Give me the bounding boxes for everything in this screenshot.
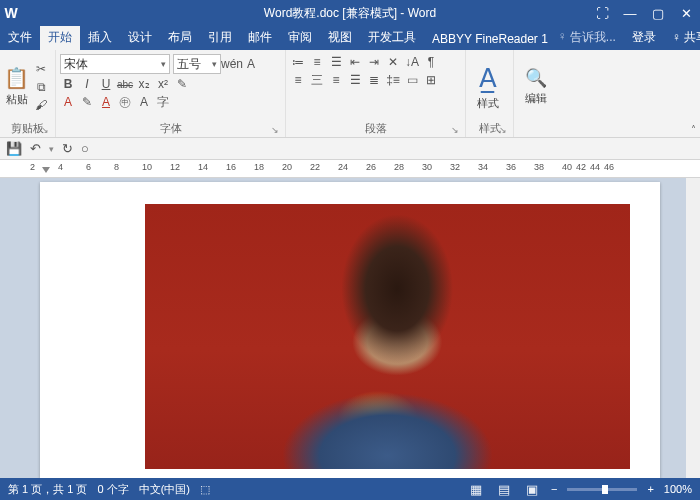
tab-file[interactable]: 文件: [0, 25, 40, 50]
ruler-tick: 44: [590, 162, 600, 172]
ruler-tick: 8: [114, 162, 119, 172]
ruler-tick: 40: [562, 162, 572, 172]
ruler-tick: 32: [450, 162, 460, 172]
print-layout-icon[interactable]: ▤: [495, 482, 513, 497]
subscript-button[interactable]: x₂: [136, 76, 152, 92]
phonetic-guide-icon[interactable]: wén: [224, 56, 240, 72]
tab-insert[interactable]: 插入: [80, 25, 120, 50]
line-spacing-icon[interactable]: ‡≡: [385, 72, 401, 88]
dialog-launcher-icon[interactable]: ↘: [41, 125, 49, 135]
format-painter-icon[interactable]: 🖌: [33, 97, 49, 113]
font-color-icon[interactable]: A: [98, 94, 114, 110]
multilevel-list-icon[interactable]: ☰: [328, 54, 344, 70]
show-marks-icon[interactable]: ¶: [423, 54, 439, 70]
align-left-icon[interactable]: ≡: [290, 72, 306, 88]
ruler-tick: 16: [226, 162, 236, 172]
save-button[interactable]: 💾: [6, 141, 22, 156]
clear-format-icon[interactable]: ✎: [174, 76, 190, 92]
minimize-button[interactable]: —: [616, 0, 644, 26]
group-styles-label: 样式: [479, 122, 501, 134]
underline-button[interactable]: U: [98, 76, 114, 92]
zoom-level[interactable]: 100%: [664, 483, 692, 495]
share-button[interactable]: ♀ 共享: [664, 25, 700, 50]
text-effects-icon[interactable]: A: [60, 94, 76, 110]
tab-developer[interactable]: 开发工具: [360, 25, 424, 50]
undo-dropdown-icon[interactable]: ▾: [49, 144, 54, 154]
word-count-status[interactable]: 0 个字: [97, 482, 128, 497]
ruler-tick: 10: [142, 162, 152, 172]
zoom-slider[interactable]: [567, 488, 637, 491]
styles-icon: A̲: [479, 63, 497, 94]
ruler-tick: 30: [422, 162, 432, 172]
align-right-icon[interactable]: ≡: [328, 72, 344, 88]
editing-button[interactable]: 🔍 编辑: [518, 52, 554, 121]
numbering-icon[interactable]: ≡: [309, 54, 325, 70]
enclose-char-icon[interactable]: ㊥: [117, 94, 133, 110]
char-border-icon[interactable]: A: [136, 94, 152, 110]
ruler-tick: 22: [310, 162, 320, 172]
copy-icon[interactable]: ⧉: [33, 79, 49, 95]
web-layout-icon[interactable]: ▣: [523, 482, 541, 497]
font-family-combo[interactable]: 宋体▾: [60, 54, 170, 74]
ruler-tick: 38: [534, 162, 544, 172]
zoom-in-button[interactable]: +: [647, 483, 653, 495]
find-icon: 🔍: [525, 67, 547, 89]
ruler-tick: 24: [338, 162, 348, 172]
tell-me-input[interactable]: 告诉我...: [556, 25, 624, 50]
app-icon: W: [0, 5, 22, 21]
grow-font-icon[interactable]: A: [243, 56, 259, 72]
document-page[interactable]: [40, 182, 660, 478]
language-status[interactable]: 中文(中国): [139, 482, 190, 497]
bold-button[interactable]: B: [60, 76, 76, 92]
horizontal-ruler[interactable]: 2468101214161820222426283032343638404244…: [0, 160, 700, 178]
justify-icon[interactable]: ☰: [347, 72, 363, 88]
asian-layout-icon[interactable]: ✕: [385, 54, 401, 70]
dialog-launcher-icon[interactable]: ↘: [451, 125, 459, 135]
ruler-tick: 28: [394, 162, 404, 172]
tab-references[interactable]: 引用: [200, 25, 240, 50]
styles-button[interactable]: A̲ 样式: [470, 52, 506, 121]
borders-icon[interactable]: ⊞: [423, 72, 439, 88]
login-button[interactable]: 登录: [624, 25, 664, 50]
italic-button[interactable]: I: [79, 76, 95, 92]
shading-icon[interactable]: ▭: [404, 72, 420, 88]
increase-indent-icon[interactable]: ⇥: [366, 54, 382, 70]
char-shading-icon[interactable]: 字: [155, 94, 171, 110]
indent-marker-icon[interactable]: [42, 167, 50, 173]
decrease-indent-icon[interactable]: ⇤: [347, 54, 363, 70]
bullets-icon[interactable]: ≔: [290, 54, 306, 70]
inserted-image[interactable]: [145, 204, 630, 469]
help-icon[interactable]: ⛶: [588, 0, 616, 26]
font-size-combo[interactable]: 五号▾: [173, 54, 221, 74]
read-mode-icon[interactable]: ▦: [467, 482, 485, 497]
vertical-scrollbar[interactable]: [686, 178, 700, 478]
page-count-status[interactable]: 第 1 页，共 1 页: [8, 482, 87, 497]
close-button[interactable]: ✕: [672, 0, 700, 26]
tab-view[interactable]: 视图: [320, 25, 360, 50]
track-changes-icon[interactable]: ⬚: [200, 483, 210, 496]
superscript-button[interactable]: x²: [155, 76, 171, 92]
dialog-launcher-icon[interactable]: ↘: [499, 125, 507, 135]
tab-review[interactable]: 审阅: [280, 25, 320, 50]
align-center-icon[interactable]: 三: [309, 72, 325, 88]
maximize-button[interactable]: ▢: [644, 0, 672, 26]
highlight-icon[interactable]: ✎: [79, 94, 95, 110]
print-preview-button[interactable]: ○: [81, 141, 89, 156]
undo-button[interactable]: ↶: [30, 141, 41, 156]
tab-finereader[interactable]: ABBYY FineReader 1: [424, 28, 556, 50]
tab-design[interactable]: 设计: [120, 25, 160, 50]
cut-icon[interactable]: ✂: [33, 61, 49, 77]
collapse-ribbon-icon[interactable]: ˄: [691, 124, 696, 135]
group-paragraph-label: 段落: [365, 122, 387, 134]
sort-icon[interactable]: ↓A: [404, 54, 420, 70]
zoom-out-button[interactable]: −: [551, 483, 557, 495]
tab-mailings[interactable]: 邮件: [240, 25, 280, 50]
paste-button[interactable]: 📋 粘贴: [4, 52, 29, 121]
redo-button[interactable]: ↻: [62, 141, 73, 156]
clipboard-icon: 📋: [4, 66, 29, 90]
tab-layout[interactable]: 布局: [160, 25, 200, 50]
strikethrough-button[interactable]: abc: [117, 76, 133, 92]
dialog-launcher-icon[interactable]: ↘: [271, 125, 279, 135]
distribute-icon[interactable]: ≣: [366, 72, 382, 88]
tab-home[interactable]: 开始: [40, 25, 80, 50]
